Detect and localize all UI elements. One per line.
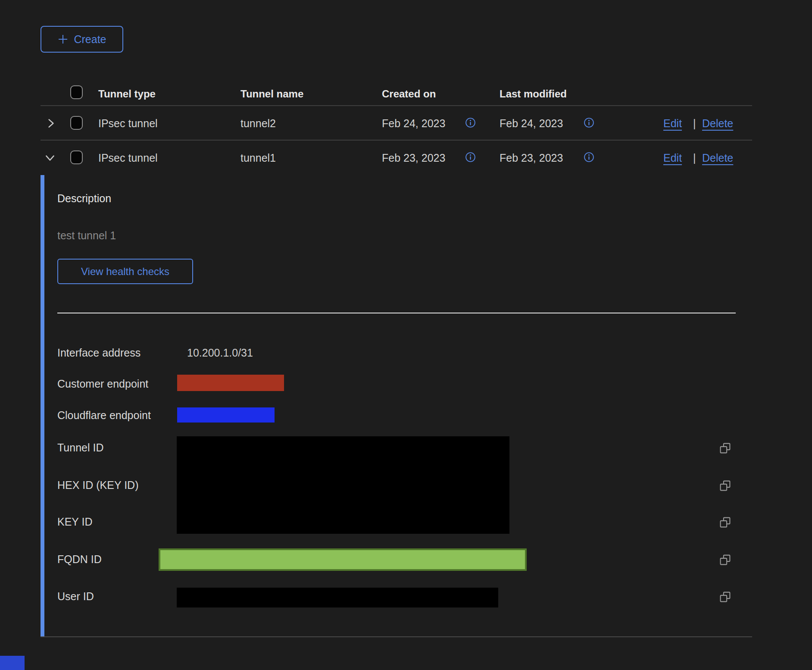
- column-header-last-modified: Last modified: [500, 89, 567, 99]
- description-value: test tunnel 1: [57, 230, 116, 241]
- view-health-checks-label: View health checks: [81, 266, 169, 278]
- copy-key-id-button[interactable]: [719, 517, 731, 528]
- created-on-info[interactable]: [465, 117, 476, 128]
- chevron-right-icon: [45, 117, 57, 129]
- hex-id-label: HEX ID (KEY ID): [57, 480, 138, 491]
- last-modified-info[interactable]: [584, 117, 594, 128]
- table-row: IPsec tunnel tunnel2 Feb 24, 2023 Feb 24…: [41, 106, 752, 140]
- bottom-divider: [41, 636, 752, 637]
- interface-address-label: Interface address: [57, 348, 141, 358]
- copy-icon: [719, 591, 731, 603]
- row-checkbox[interactable]: [70, 116, 83, 130]
- tunnel-name-cell: tunnel2: [240, 118, 276, 129]
- user-id-redaction: [177, 588, 498, 607]
- created-on-cell: Feb 23, 2023: [382, 153, 445, 163]
- edit-link[interactable]: Edit: [663, 153, 682, 163]
- detail-divider: [57, 313, 736, 313]
- delete-link[interactable]: Delete: [702, 118, 733, 129]
- copy-tunnel-id-button[interactable]: [719, 442, 731, 454]
- copy-icon: [719, 442, 731, 454]
- copy-icon: [719, 480, 731, 492]
- row-checkbox[interactable]: [70, 150, 83, 164]
- column-header-tunnel-name: Tunnel name: [240, 89, 303, 99]
- delete-link[interactable]: Delete: [702, 153, 733, 163]
- partial-blue-element[interactable]: [0, 656, 25, 670]
- copy-fqdn-id-button[interactable]: [719, 554, 731, 566]
- table-row: IPsec tunnel tunnel1 Feb 23, 2023 Feb 23…: [41, 141, 752, 175]
- select-all-checkbox[interactable]: [70, 85, 83, 99]
- last-modified-info[interactable]: [584, 152, 594, 163]
- cloudflare-endpoint-label: Cloudflare endpoint: [57, 410, 151, 421]
- table-header-row: Tunnel type Tunnel name Created on Last …: [41, 82, 752, 106]
- action-separator: |: [693, 118, 696, 129]
- tunnel-type-cell: IPsec tunnel: [98, 153, 158, 163]
- fqdn-id-redaction: [159, 548, 527, 571]
- last-modified-cell: Feb 24, 2023: [500, 118, 563, 129]
- customer-endpoint-redaction: [177, 375, 284, 391]
- id-group-redaction: [177, 436, 509, 534]
- tunnels-page: Create Tunnel type Tunnel name Created o…: [0, 0, 812, 670]
- expand-row-button[interactable]: [45, 117, 57, 129]
- column-header-tunnel-type: Tunnel type: [98, 89, 156, 99]
- create-button-label: Create: [74, 33, 106, 46]
- cloudflare-endpoint-redaction: [177, 407, 275, 423]
- action-separator: |: [693, 153, 696, 163]
- edit-link[interactable]: Edit: [663, 118, 682, 129]
- description-label: Description: [57, 193, 111, 204]
- create-button[interactable]: Create: [41, 26, 123, 53]
- tunnel-type-cell: IPsec tunnel: [98, 118, 158, 129]
- collapse-row-button[interactable]: [44, 152, 56, 164]
- copy-hex-id-button[interactable]: [719, 480, 731, 492]
- last-modified-cell: Feb 23, 2023: [500, 153, 563, 163]
- customer-endpoint-label: Customer endpoint: [57, 379, 148, 389]
- view-health-checks-button[interactable]: View health checks: [57, 259, 193, 284]
- key-id-label: KEY ID: [57, 517, 93, 527]
- tunnel-name-cell: tunnel1: [240, 153, 276, 163]
- user-id-label: User ID: [57, 591, 94, 602]
- copy-user-id-button[interactable]: [719, 591, 731, 603]
- info-icon: [465, 152, 476, 163]
- column-header-created-on: Created on: [382, 89, 436, 99]
- info-icon: [584, 152, 594, 163]
- info-icon: [465, 117, 476, 128]
- copy-icon: [719, 517, 731, 528]
- info-icon: [584, 117, 594, 128]
- created-on-info[interactable]: [465, 152, 476, 163]
- chevron-down-icon: [44, 152, 56, 164]
- interface-address-value: 10.200.1.0/31: [187, 348, 253, 358]
- copy-icon: [719, 554, 731, 566]
- expanded-row-indicator-bar: [41, 175, 44, 637]
- tunnel-id-label: Tunnel ID: [57, 442, 103, 453]
- fqdn-id-label: FQDN ID: [57, 554, 102, 565]
- created-on-cell: Feb 24, 2023: [382, 118, 445, 129]
- plus-icon: [57, 34, 69, 45]
